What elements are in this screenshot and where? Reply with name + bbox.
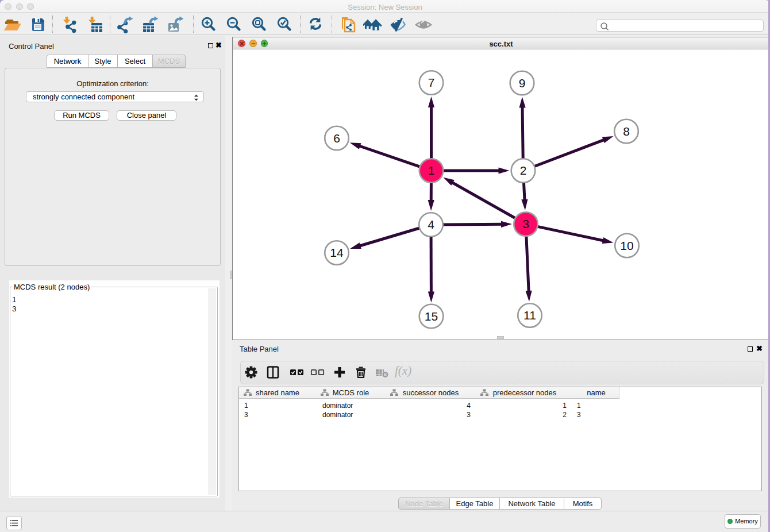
svg-text:10: 10: [620, 239, 633, 252]
svg-text:7: 7: [428, 76, 435, 89]
svg-text:2: 2: [520, 164, 527, 177]
svg-text:15: 15: [425, 310, 438, 323]
svg-text:9: 9: [519, 76, 526, 90]
svg-text:1: 1: [428, 164, 435, 177]
svg-text:11: 11: [523, 309, 536, 322]
svg-text:14: 14: [330, 246, 344, 259]
svg-text:6: 6: [333, 132, 340, 145]
svg-text:3: 3: [522, 217, 529, 230]
svg-text:8: 8: [623, 125, 630, 138]
svg-text:4: 4: [428, 218, 434, 231]
